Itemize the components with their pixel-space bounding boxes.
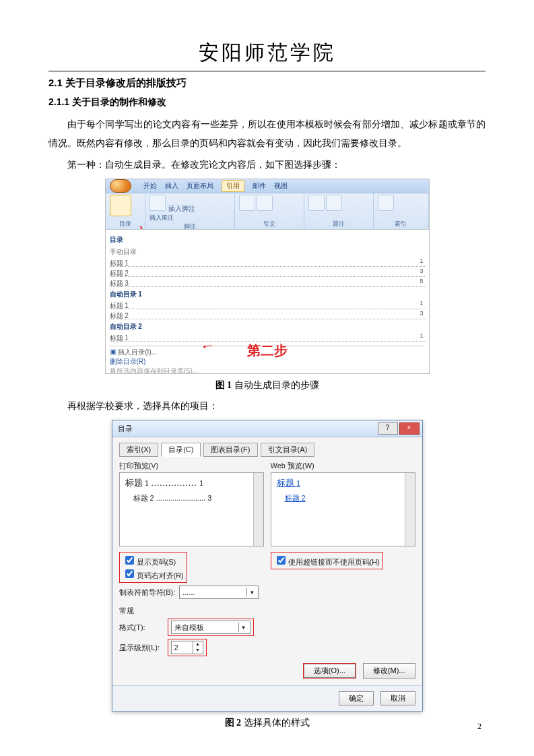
gallery-heading: 目录 — [110, 235, 425, 245]
figure-2-caption: 图 2 选择具体的样式 — [48, 717, 486, 729]
modify-button[interactable]: 修改(M)... — [363, 663, 415, 679]
checkbox-label: 使用超链接而不使用页码(H) — [288, 558, 380, 566]
tab-figures[interactable]: 图表目录(F) — [203, 443, 257, 457]
heading-3: 2.1.1 关于目录的制作和修改 — [48, 96, 486, 108]
toc-page: 1 — [420, 300, 423, 307]
general-label: 常规 — [119, 606, 415, 616]
menu-item-save-gallery[interactable]: 将所选内容保存到目录库(S)... — [110, 367, 425, 374]
print-preview-box: 标题 1 ................ 1 标题 2 ...........… — [119, 472, 264, 546]
toc-button[interactable] — [110, 195, 131, 216]
combo-value: 来自模板 — [174, 623, 204, 633]
chevron-up-icon[interactable]: ▲ — [193, 641, 203, 648]
combo-value: ...... — [182, 588, 195, 596]
toc-page: 3 — [420, 267, 423, 274]
toc-entry: 标题 3 — [110, 280, 129, 287]
web-preview-box: 标题 1 标题 2 — [271, 472, 415, 546]
spinner-value: 2 — [174, 643, 178, 652]
tab-index[interactable]: 索引(X) — [119, 443, 159, 457]
toc-entry: 标题 2 — [110, 270, 129, 277]
chevron-down-icon: ▼ — [238, 623, 248, 632]
gallery-item[interactable]: 自动目录 1 — [110, 290, 425, 299]
group-label: 索引 — [378, 220, 424, 228]
menu-label: 插入目录(I)... — [118, 348, 157, 356]
annotation-step-2: 第二步 — [247, 342, 288, 360]
checkbox-label: 显示页码(S) — [137, 558, 176, 566]
web-link-1[interactable]: 标题 1 — [277, 478, 301, 488]
preview-title-1: 标题 1 — [125, 478, 149, 488]
insert-footnote-button[interactable] — [149, 195, 166, 211]
ribbon-tab[interactable]: 页面布局 — [187, 181, 213, 191]
toc-page: 1 — [420, 257, 423, 264]
group-label: 题注 — [308, 220, 369, 228]
page-number: 2 — [477, 722, 481, 732]
dialog-titlebar: 目录 ? × — [112, 420, 422, 437]
paragraph-3: 再根据学校要求，选择具体的项目： — [48, 397, 486, 416]
help-button[interactable]: ? — [378, 422, 398, 435]
ribbon-groups: 目录 插入脚注 插入尾注 脚注 引文 题注 索引 — [106, 193, 429, 230]
cancel-button[interactable]: 取消 — [380, 691, 415, 705]
toc-entry: 标题 1 — [110, 334, 129, 342]
group-label: 目录 — [110, 220, 141, 228]
leader-label: 制表符前导符(B): — [119, 588, 176, 598]
show-pageno-checkbox[interactable] — [125, 556, 134, 565]
page-header-title: 安阳师范学院 — [48, 39, 486, 67]
ribbon-tabs: 开始 插入 页面布局 引用 邮件 视图 — [106, 179, 429, 193]
figure-2-dialog: 目录 ? × 索引(X) 目录(C) 图表目录(F) 引文目录(A) 打印预览(… — [112, 420, 423, 712]
web-link-2[interactable]: 标题 2 — [285, 494, 306, 502]
chevron-down-icon[interactable]: ▼ — [193, 648, 203, 654]
heading-2: 2.1 关于目录修改后的排版技巧 — [48, 77, 486, 90]
index-button[interactable] — [378, 195, 394, 211]
format-combo[interactable]: 来自模板 ▼ — [171, 621, 251, 634]
leader-combo[interactable]: ...... ▼ — [179, 586, 259, 599]
right-align-checkbox[interactable] — [125, 569, 134, 578]
checkbox-label: 页码右对齐(R) — [137, 571, 184, 579]
toc-entry: 标题 2 — [110, 312, 129, 319]
paragraph-2: 第一种：自动生成目录。在修改完论文内容后，如下图选择步骤： — [48, 156, 486, 175]
preview-page-3: 3 — [207, 494, 211, 502]
ribbon-tab[interactable]: 插入 — [165, 181, 178, 191]
tab-citations[interactable]: 引文目录(A) — [261, 443, 315, 457]
preview-title-2: 标题 2 — [133, 494, 154, 502]
ribbon-tab-active[interactable]: 引用 — [222, 180, 244, 192]
scrollbar[interactable] — [405, 473, 415, 546]
office-button[interactable] — [110, 179, 131, 193]
toc-entry: 标题 1 — [110, 259, 129, 267]
preview-dots: ................ — [152, 478, 197, 488]
header-rule — [48, 71, 486, 71]
level-spinner[interactable]: 2 ▲▼ — [171, 641, 203, 654]
ribbon-tab[interactable]: 开始 — [143, 181, 157, 191]
preview-page-1: 1 — [199, 478, 204, 488]
options-button[interactable]: 选项(O)... — [304, 664, 356, 678]
tab-toc[interactable]: 目录(C) — [161, 443, 201, 457]
caption-number: 图 2 — [225, 718, 242, 728]
icon-button[interactable] — [257, 195, 273, 211]
print-preview-label: 打印预览(V) — [119, 461, 264, 471]
paragraph-1: 由于每个同学写出的论文内容有一些差异，所以在使用本模板时候会有部分增加、减少标题… — [48, 115, 486, 153]
caption-button[interactable] — [308, 195, 325, 211]
format-label: 格式(T): — [119, 623, 164, 633]
caption-number: 图 1 — [215, 380, 232, 390]
toc-gallery: 目录 手动目录 标题 11 标题 23 标题 35 自动目录 1 标题 11 标… — [106, 229, 429, 373]
scrollbar[interactable] — [253, 473, 263, 546]
gallery-item[interactable]: 自动目录 2 — [110, 322, 425, 332]
caption-text: 选择具体的样式 — [241, 718, 310, 728]
figure-1: 开始 插入 页面布局 引用 邮件 视图 目录 插入脚注 插入尾注 脚注 — [105, 179, 430, 374]
toc-page: 1 — [420, 332, 423, 339]
ribbon-tab[interactable]: 邮件 — [253, 181, 266, 191]
toc-entry: 标题 1 — [110, 302, 129, 309]
dialog-title: 目录 — [118, 424, 133, 434]
figure-1-caption: 图 1 自动生成目录的步骤 — [48, 379, 486, 391]
preview-dots: ........................ — [156, 494, 205, 502]
close-button[interactable]: × — [399, 422, 420, 435]
toc-page: 3 — [420, 310, 423, 317]
citation-button[interactable] — [239, 195, 255, 211]
use-hyperlink-checkbox[interactable] — [277, 556, 286, 565]
ok-button[interactable]: 确定 — [339, 691, 374, 705]
ribbon-tab[interactable]: 视图 — [274, 181, 288, 191]
toc-page: 5 — [420, 278, 423, 284]
caption-text: 自动生成目录的步骤 — [232, 380, 319, 390]
icon-button[interactable] — [326, 195, 342, 211]
group-label: 引文 — [239, 220, 300, 228]
arrow-icon: ← — [198, 336, 215, 355]
gallery-item[interactable]: 手动目录 — [110, 247, 425, 257]
